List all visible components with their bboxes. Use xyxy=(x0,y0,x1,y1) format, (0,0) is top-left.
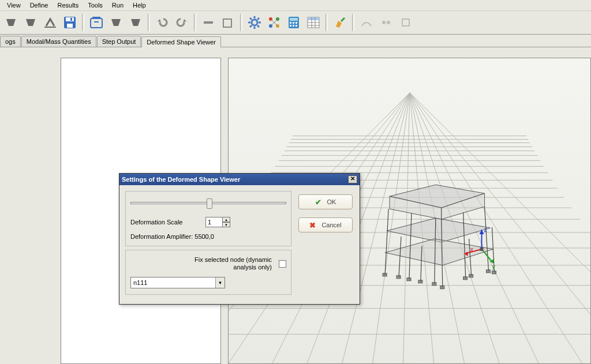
fix-node-fieldset: Fix selected node (dynamic analysis only… xyxy=(125,250,291,295)
toolbar-btn-10[interactable] xyxy=(200,14,217,31)
svg-rect-26 xyxy=(290,22,291,24)
cancel-label: Cancel xyxy=(321,222,341,228)
undo-icon[interactable] xyxy=(154,14,171,31)
svg-rect-2 xyxy=(67,24,73,28)
svg-rect-27 xyxy=(293,22,294,24)
deformation-scale-label: Deformation Scale xyxy=(130,219,205,226)
tab-step-output[interactable]: Step Output xyxy=(97,36,141,47)
toolbar-separator xyxy=(82,14,84,31)
left-gutter xyxy=(0,47,61,364)
svg-line-14 xyxy=(250,18,252,20)
spinner-up-icon[interactable]: ▲ xyxy=(222,217,230,222)
cross-icon: ✖ xyxy=(309,221,316,230)
svg-text:z: z xyxy=(484,226,488,233)
tab-bar: ogs Modal/Mass Quantities Step Output De… xyxy=(0,35,591,47)
check-icon: ✔ xyxy=(315,198,321,207)
svg-text:y: y xyxy=(492,263,496,270)
spinner-down-icon[interactable]: ▼ xyxy=(222,222,230,227)
svg-rect-97 xyxy=(432,283,436,286)
toolbar xyxy=(0,10,591,35)
svg-rect-3 xyxy=(70,18,72,21)
svg-rect-29 xyxy=(290,25,291,27)
table-icon[interactable] xyxy=(305,14,322,31)
menu-help[interactable]: Help xyxy=(128,1,151,10)
scale-fieldset: Deformation Scale ▲ ▼ Deformation Amplif… xyxy=(125,191,291,246)
svg-rect-40 xyxy=(402,19,409,26)
toolbar-btn-3[interactable] xyxy=(42,14,59,31)
menu-bar: View Define Results Tools Run Help xyxy=(0,0,591,10)
tab-modal-mass[interactable]: Modal/Mass Quantities xyxy=(21,36,96,47)
toolbar-separator xyxy=(240,14,242,31)
fix-node-label: Fix selected node (dynamic analysis only… xyxy=(174,256,272,271)
toolbar-btn-17[interactable] xyxy=(358,14,375,31)
svg-rect-33 xyxy=(308,17,319,20)
deformation-scale-input[interactable] xyxy=(205,217,223,227)
toolbar-separator xyxy=(326,14,328,31)
slider-thumb[interactable] xyxy=(207,198,212,209)
svg-rect-102 xyxy=(492,271,496,274)
menu-view[interactable]: View xyxy=(2,1,25,10)
chevron-down-icon[interactable]: ▼ xyxy=(215,277,225,288)
svg-rect-25 xyxy=(290,18,298,21)
menu-define[interactable]: Define xyxy=(25,1,53,10)
menu-tools[interactable]: Tools xyxy=(83,1,107,10)
menu-run[interactable]: Run xyxy=(107,1,128,10)
toolbar-separator xyxy=(148,14,150,31)
svg-rect-112 xyxy=(480,247,484,251)
deformed-shape-settings-dialog: Settings of the Deformed Shape Viewer ✕ … xyxy=(119,173,360,305)
svg-rect-93 xyxy=(383,273,387,276)
svg-rect-1 xyxy=(66,17,74,21)
svg-rect-100 xyxy=(469,275,473,277)
redo-icon[interactable] xyxy=(173,14,190,31)
svg-rect-4 xyxy=(91,18,102,28)
svg-rect-31 xyxy=(296,25,297,27)
tab-deformed-shape[interactable]: Deformed Shape Viewer xyxy=(141,36,221,47)
close-icon[interactable]: ✕ xyxy=(348,175,357,183)
svg-point-9 xyxy=(252,20,257,25)
toolbar-separator xyxy=(194,14,196,31)
svg-rect-99 xyxy=(463,277,467,280)
scale-spinner[interactable]: ▲ ▼ xyxy=(222,217,230,227)
svg-rect-5 xyxy=(92,17,100,19)
menu-results[interactable]: Results xyxy=(53,1,83,10)
svg-rect-101 xyxy=(487,270,491,273)
svg-point-38 xyxy=(382,21,386,24)
svg-line-17 xyxy=(257,18,259,20)
toolbar-btn-11[interactable] xyxy=(219,14,237,31)
dialog-titlebar[interactable]: Settings of the Deformed Shape Viewer ✕ xyxy=(119,174,360,185)
toolbar-separator xyxy=(352,14,354,31)
svg-rect-8 xyxy=(223,19,231,27)
archive-icon[interactable] xyxy=(88,14,105,31)
toolbar-btn-19[interactable] xyxy=(397,14,414,31)
svg-rect-28 xyxy=(296,22,297,24)
save-icon[interactable] xyxy=(61,14,78,31)
svg-text:x: x xyxy=(470,246,474,253)
gear-icon[interactable] xyxy=(246,14,263,31)
network-icon[interactable] xyxy=(265,14,283,31)
calculator-icon[interactable] xyxy=(285,14,302,31)
svg-line-15 xyxy=(257,25,259,27)
svg-point-39 xyxy=(387,21,390,24)
ok-button[interactable]: ✔ OK xyxy=(298,194,353,209)
ok-label: OK xyxy=(327,198,336,205)
cancel-button[interactable]: ✖ Cancel xyxy=(298,217,353,232)
brush-icon[interactable] xyxy=(331,14,349,31)
deformation-amplifier-label: Deformation Amplifier: 5500,0 xyxy=(130,233,214,240)
toolbar-btn-7[interactable] xyxy=(127,14,144,31)
toolbar-btn-6[interactable] xyxy=(107,14,125,31)
node-select-combo[interactable]: n111 ▼ xyxy=(130,277,225,288)
svg-rect-30 xyxy=(293,25,294,27)
tab-logs[interactable]: ogs xyxy=(0,36,21,47)
dialog-title: Settings of the Deformed Shape Viewer xyxy=(122,176,240,183)
svg-rect-98 xyxy=(440,286,444,289)
toolbar-btn-1[interactable] xyxy=(2,14,20,31)
toolbar-btn-18[interactable] xyxy=(377,14,395,31)
svg-rect-7 xyxy=(204,21,213,24)
svg-rect-95 xyxy=(407,278,411,281)
svg-rect-94 xyxy=(397,276,401,279)
dialog-body: Deformation Scale ▲ ▼ Deformation Amplif… xyxy=(119,185,360,304)
toolbar-btn-2[interactable] xyxy=(22,14,39,31)
deformation-slider[interactable] xyxy=(130,197,286,210)
svg-rect-96 xyxy=(418,280,422,283)
fix-node-checkbox[interactable] xyxy=(279,260,286,268)
